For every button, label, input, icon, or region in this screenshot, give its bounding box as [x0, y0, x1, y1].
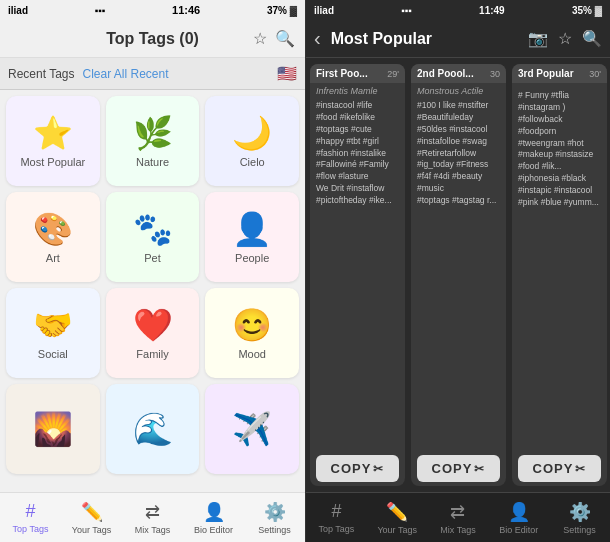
nav-top-tags[interactable]: # Top Tags [0, 501, 61, 534]
card-2-copy-button[interactable]: COPY ✂ [417, 455, 500, 482]
category-social[interactable]: 🤝 Social [6, 288, 100, 378]
nav-settings-label: Settings [258, 525, 291, 535]
nature-icon: 🌿 [133, 114, 173, 152]
right-nav-mix-tags[interactable]: ⇄ Mix Tags [428, 501, 489, 535]
right-header: ‹ Most Popular 📷 ☆ 🔍 [306, 20, 610, 58]
category-ocean[interactable]: 🌊 [106, 384, 200, 474]
card-2-tags: #100 I like #nstifter#Beautifuleday#50ld… [411, 98, 506, 451]
left-battery: 37% ▓ [267, 5, 297, 16]
nav-mix-tags[interactable]: ⇄ Mix Tags [122, 501, 183, 535]
scissors-2-icon: ✂ [474, 462, 485, 476]
grid-row-1: ⭐ Most Popular 🌿 Nature 🌙 Cielo [6, 96, 299, 186]
status-bar-right: iliad ▪▪▪ 11:49 35% ▓ [306, 0, 610, 20]
right-nav-your-tags[interactable]: ✏️ Your Tags [367, 501, 428, 535]
pet-icon: 🐾 [133, 210, 173, 248]
card-2-header: 2nd Poool... 30 [411, 64, 506, 83]
right-time: 11:49 [479, 5, 505, 16]
card-1-title: First Poo... [316, 68, 383, 79]
card-1-author: Infrentis Mamle [310, 83, 405, 98]
art-label: Art [46, 252, 60, 264]
right-bottom-nav: # Top Tags ✏️ Your Tags ⇄ Mix Tags 👤 Bio… [306, 492, 610, 542]
grid-row-3: 🤝 Social ❤️ Family 😊 Mood [6, 288, 299, 378]
card-3-copy-button[interactable]: COPY ✂ [518, 455, 601, 482]
mood-label: Mood [238, 348, 266, 360]
right-wifi-icon: ▪▪▪ [401, 5, 412, 16]
scissors-3-icon: ✂ [575, 462, 586, 476]
right-sparkle-icon[interactable]: ☆ [558, 29, 572, 48]
nav-settings[interactable]: ⚙️ Settings [244, 501, 305, 535]
card-1-copy-button[interactable]: COPY ✂ [316, 455, 399, 482]
right-search-icon[interactable]: 🔍 [582, 29, 602, 48]
right-nav-top-tags[interactable]: # Top Tags [306, 501, 367, 534]
left-header-icons: ☆ 🔍 [253, 29, 295, 48]
left-header: Top Tags (0) ☆ 🔍 [0, 20, 305, 58]
sparkle-icon[interactable]: ☆ [253, 29, 267, 48]
card-1-tags: #instacool #life#food #ikefolike#toptags… [310, 98, 405, 451]
card-2-count: 30 [490, 69, 500, 79]
recent-tags-label: Recent Tags [8, 67, 75, 81]
category-mood[interactable]: 😊 Mood [205, 288, 299, 378]
nav-top-tags-label: Top Tags [13, 524, 49, 534]
right-nav-mix-tags-label: Mix Tags [440, 525, 475, 535]
right-battery: 35% ▓ [572, 5, 602, 16]
social-icon: 🤝 [33, 306, 73, 344]
right-panel: iliad ▪▪▪ 11:49 35% ▓ ‹ Most Popular 📷 ☆… [306, 0, 610, 542]
nav-mix-tags-label: Mix Tags [135, 525, 170, 535]
popular-card-2: 2nd Poool... 30 Monstrous Actile #100 I … [411, 64, 506, 486]
category-landscape[interactable]: 🌄 [6, 384, 100, 474]
most-popular-label: Most Popular [20, 156, 85, 168]
nav-your-tags-label: Your Tags [72, 525, 112, 535]
cielo-icon: 🌙 [232, 114, 272, 152]
mix-icon: ⇄ [145, 501, 160, 523]
copy-3-label: COPY [533, 461, 574, 476]
ocean-icon: 🌊 [133, 410, 173, 448]
travel-icon: ✈️ [232, 410, 272, 448]
right-nav-your-tags-label: Your Tags [377, 525, 417, 535]
pencil-icon: ✏️ [81, 501, 103, 523]
right-person-icon: 👤 [508, 501, 530, 523]
category-cielo[interactable]: 🌙 Cielo [205, 96, 299, 186]
card-3-count: 30' [589, 69, 601, 79]
family-label: Family [136, 348, 168, 360]
settings-icon: ⚙️ [264, 501, 286, 523]
card-3-tags: # Funny #tflia#instagram )#followback#fo… [512, 88, 607, 451]
grid-row-4: 🌄 🌊 ✈️ [6, 384, 299, 474]
back-button[interactable]: ‹ [314, 27, 321, 50]
category-art[interactable]: 🎨 Art [6, 192, 100, 282]
category-most-popular[interactable]: ⭐ Most Popular [6, 96, 100, 186]
left-title: Top Tags (0) [106, 30, 199, 48]
social-label: Social [38, 348, 68, 360]
family-icon: ❤️ [133, 306, 173, 344]
nav-your-tags[interactable]: ✏️ Your Tags [61, 501, 122, 535]
left-wifi-icon: ▪▪▪ [95, 5, 106, 16]
clear-all-button[interactable]: Clear All Recent [83, 67, 169, 81]
popular-cards-list: First Poo... 29' Infrentis Mamle #instac… [306, 58, 610, 492]
card-3-title: 3rd Popular [518, 68, 585, 79]
people-label: People [235, 252, 269, 264]
category-family[interactable]: ❤️ Family [106, 288, 200, 378]
category-pet[interactable]: 🐾 Pet [106, 192, 200, 282]
status-bar-left: iliad ▪▪▪ 11:46 37% ▓ [0, 0, 305, 20]
nature-label: Nature [136, 156, 169, 168]
nav-bio-editor[interactable]: 👤 Bio Editor [183, 501, 244, 535]
instagram-icon[interactable]: 📷 [528, 29, 548, 48]
most-popular-icon: ⭐ [33, 114, 73, 152]
right-nav-bio-editor[interactable]: 👤 Bio Editor [488, 501, 549, 535]
art-icon: 🎨 [33, 210, 73, 248]
category-travel[interactable]: ✈️ [205, 384, 299, 474]
card-2-title: 2nd Poool... [417, 68, 486, 79]
mood-icon: 😊 [232, 306, 272, 344]
category-people[interactable]: 👤 People [205, 192, 299, 282]
left-search-icon[interactable]: 🔍 [275, 29, 295, 48]
person-icon: 👤 [203, 501, 225, 523]
right-nav-top-tags-label: Top Tags [318, 524, 354, 534]
right-settings-icon: ⚙️ [569, 501, 591, 523]
category-nature[interactable]: 🌿 Nature [106, 96, 200, 186]
card-3-header: 3rd Popular 30' [512, 64, 607, 83]
right-hashtag-icon: # [331, 501, 341, 522]
popular-card-1: First Poo... 29' Infrentis Mamle #instac… [310, 64, 405, 486]
right-nav-settings[interactable]: ⚙️ Settings [549, 501, 610, 535]
left-carrier: iliad [8, 5, 28, 16]
flag-icon: 🇺🇸 [277, 64, 297, 83]
right-title: Most Popular [331, 30, 528, 48]
